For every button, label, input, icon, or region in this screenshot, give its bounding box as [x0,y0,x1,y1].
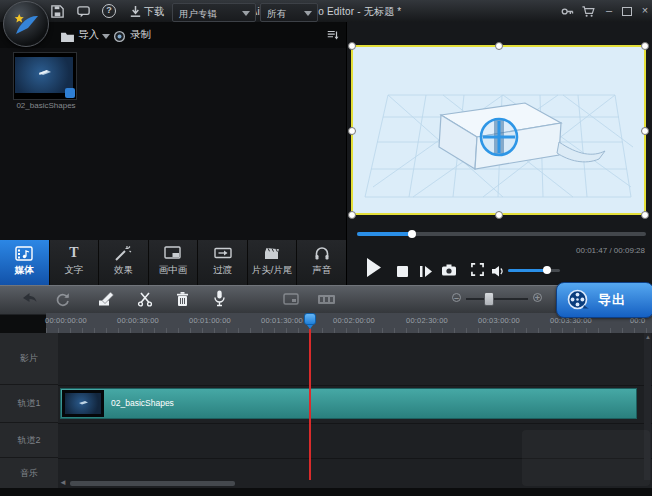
tab-effects[interactable]: 效果 [99,240,149,285]
time-display: 00:01:47 / 00:09:28 [495,246,645,255]
register-button[interactable] [560,4,575,19]
tab-intro-credit-label: 片头/片尾 [248,264,297,277]
album-dropdown-value: 用户专辑 [179,8,217,19]
app-window: ? 下载 Aimersoft Video Editor - 无标题 * – × … [0,0,652,496]
scroll-left-icon[interactable]: ◄ [59,478,67,487]
timeline-clip[interactable]: 02_basicShapes [60,388,637,419]
stop-button[interactable] [397,263,408,281]
tab-pip[interactable]: 画中画 [149,240,199,285]
snapshot-button[interactable] [442,262,456,280]
record-icon [113,29,126,47]
maximize-button[interactable] [622,7,632,16]
selection-handle-bottom-right[interactable] [641,211,649,219]
watermark-smudge [522,430,650,486]
selection-handle-mid-left[interactable] [348,127,356,135]
tab-sound[interactable]: 声音 [297,240,346,285]
undo-icon [20,291,37,307]
tab-sound-label: 声音 [297,264,346,277]
sort-icon [326,28,340,42]
step-forward-button[interactable] [420,263,432,281]
app-logo-icon [4,2,48,46]
selection-handle-top-center[interactable] [495,42,503,50]
selection-handle-top-right[interactable] [641,42,649,50]
split-button[interactable] [137,291,153,311]
store-button[interactable] [581,4,596,19]
import-button[interactable]: 导入 [78,28,99,42]
scissors-icon [137,291,153,307]
track-header-track1: 轨道1 [0,385,58,423]
play-icon [366,258,381,277]
tab-media[interactable]: 媒体 [0,240,50,285]
edit-pencil-icon [98,291,115,307]
playhead-pointer-icon [307,325,313,329]
filter-dropdown[interactable]: 所有 [260,3,318,22]
track-label-track2: 轨道2 [17,434,40,447]
timeline-zoom-knob[interactable] [484,292,494,306]
selection-handle-bottom-center[interactable] [495,211,503,219]
tab-text[interactable]: T 文字 [50,240,100,285]
playback-progress-knob[interactable] [408,230,416,238]
magic-wand-icon [114,245,132,262]
redo-button[interactable] [54,291,70,311]
tab-pip-label: 画中画 [149,264,198,277]
playhead-line[interactable] [309,329,311,480]
track-header-track2: 轨道2 [0,423,58,458]
film-reel-icon [567,289,589,311]
media-clip-badge-icon [65,88,75,98]
transition-icon [214,245,232,262]
media-icon [15,245,33,262]
selection-handle-top-left[interactable] [348,42,356,50]
trash-icon [175,291,190,307]
volume-knob[interactable] [543,266,551,274]
window-bottom-edge [0,488,652,496]
download-button[interactable] [128,4,143,19]
filmstrip-button[interactable] [318,292,335,310]
preview-canvas[interactable] [351,45,646,215]
zoom-out-button[interactable]: – [452,293,461,302]
app-logo [3,1,49,47]
zoom-in-button[interactable]: + [533,293,542,302]
play-button[interactable] [366,258,381,281]
close-button[interactable]: × [637,3,652,19]
volume-button[interactable] [492,263,504,281]
playback-progress-fill [357,232,412,236]
save-button[interactable] [50,4,65,19]
tab-intro-credit[interactable]: 片头/片尾 [248,240,298,285]
fullscreen-button[interactable] [471,262,484,280]
selection-handle-mid-right[interactable] [641,127,649,135]
media-clip-name: 02_basicShapes [8,101,84,110]
tab-transitions[interactable]: 过渡 [198,240,248,285]
sort-button[interactable] [326,28,340,46]
import-caret-icon[interactable] [102,34,110,39]
export-button[interactable]: 导出 [556,282,652,318]
camera-icon [442,264,456,276]
cart-icon [581,4,596,19]
volume-slider[interactable] [508,269,560,272]
undo-button[interactable] [20,291,37,311]
playback-progress-bar[interactable] [357,232,646,236]
redo-icon [54,291,70,307]
delete-button[interactable] [175,291,190,311]
help-button[interactable]: ? [102,4,116,18]
timeline-zoom-slider[interactable] [466,298,528,300]
track-separator [58,385,652,386]
selection-handle-bottom-left[interactable] [348,211,356,219]
record-voiceover-button[interactable] [212,290,227,311]
feedback-button[interactable] [76,4,91,19]
horizontal-scrollbar-thumb[interactable] [70,481,235,486]
media-toolbar [0,22,346,48]
minimize-button[interactable]: – [601,3,617,19]
edit-button[interactable] [98,291,115,311]
album-dropdown[interactable]: 用户专辑 [172,3,256,22]
scene-detect-button[interactable] [283,292,299,310]
album-dropdown-caret-icon [242,11,250,16]
record-button[interactable]: 录制 [130,28,151,42]
track-separator [58,423,652,424]
media-clip-thumbnail[interactable] [13,52,77,100]
playhead-handle[interactable] [304,313,316,325]
scroll-up-icon[interactable]: ▲ [645,334,651,340]
download-icon [128,4,143,19]
tab-media-label: 媒体 [0,264,49,277]
track-label-track1: 轨道1 [17,397,40,410]
ruler-label-6: 00:03:00:00 [463,316,535,325]
